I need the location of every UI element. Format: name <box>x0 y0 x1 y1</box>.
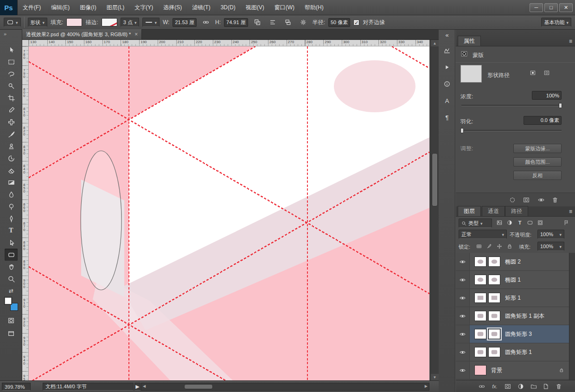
scroll-up-icon[interactable]: ▲ <box>431 40 439 46</box>
fill-swatch[interactable] <box>66 18 82 26</box>
layer-row[interactable]: 背景 <box>456 361 569 379</box>
healing-brush-tool[interactable] <box>5 116 18 128</box>
layer-row[interactable]: 矩形 1 <box>456 289 569 307</box>
history-brush-tool[interactable] <box>5 152 18 164</box>
layers-scroll-strip[interactable] <box>569 253 575 380</box>
status-flyout-icon[interactable]: ▶ <box>134 383 141 391</box>
stroke-width-select[interactable]: 3 点▾ <box>121 18 140 27</box>
path-arrange-button[interactable] <box>282 17 294 27</box>
layer-row[interactable]: 椭圆 2 <box>456 253 569 271</box>
menu-item[interactable]: 图层(L) <box>102 0 130 15</box>
panel-menu-icon[interactable]: ≡ <box>569 38 572 45</box>
tab-channels[interactable]: 通道 <box>482 206 505 216</box>
menu-item[interactable]: 选择(S) <box>158 0 187 15</box>
zoom-level-input[interactable]: 399.78% <box>2 383 31 391</box>
gradient-tool[interactable] <box>5 176 18 188</box>
zoom-tool[interactable] <box>5 273 18 285</box>
layer-row[interactable]: 圆角矩形 1 副本 <box>456 307 569 325</box>
density-slider-thumb[interactable] <box>559 103 562 108</box>
path-operations-button[interactable] <box>251 17 263 27</box>
document-tab[interactable]: 透视效果2.psd @ 400% (圆角矩形 3, RGB/8) * × <box>22 29 142 39</box>
layer-filter-select[interactable]: 类型▾ <box>459 218 492 228</box>
lock-position-icon[interactable] <box>495 242 504 251</box>
scroll-left-icon[interactable]: ◀ <box>143 384 146 388</box>
width-input[interactable]: 21.53 厘 <box>172 18 197 27</box>
stroke-swatch[interactable] <box>102 18 117 26</box>
feather-slider[interactable] <box>461 130 562 131</box>
layer-row[interactable]: 圆角矩形 3 <box>456 325 569 343</box>
brush-tool[interactable] <box>5 128 18 140</box>
tool-mode-select[interactable]: 形状▾ <box>28 18 48 27</box>
visibility-toggle[interactable] <box>456 361 470 379</box>
layer-row[interactable]: 椭圆 1 <box>456 271 569 289</box>
history-panel-icon[interactable] <box>441 45 453 57</box>
radius-input[interactable]: 50 像素 <box>328 18 350 27</box>
panel-menu-icon[interactable]: ≡ <box>569 208 572 215</box>
new-layer-icon[interactable] <box>541 382 550 391</box>
mask-edge-button[interactable]: 蒙版边缘... <box>513 144 562 153</box>
add-vector-mask-button[interactable] <box>542 69 551 77</box>
blend-mode-select[interactable]: 正常▾ <box>459 230 507 239</box>
menu-item[interactable]: 文件(F) <box>18 0 46 15</box>
visibility-toggle[interactable] <box>456 307 470 325</box>
apply-mask-icon[interactable] <box>522 196 531 204</box>
menu-item[interactable]: 文字(Y) <box>129 0 158 15</box>
layer-thumbnail[interactable] <box>474 257 486 267</box>
hand-tool[interactable] <box>5 261 18 273</box>
type-tool[interactable]: T <box>5 225 18 237</box>
layer-thumbnail[interactable] <box>474 293 486 303</box>
close-button[interactable]: ✕ <box>559 3 573 12</box>
tool-preset-picker[interactable]: ▾ <box>4 18 21 27</box>
height-input[interactable]: 74.91 厘 <box>224 18 248 27</box>
pen-tool[interactable] <box>5 212 18 225</box>
quick-mask-button[interactable] <box>5 315 18 326</box>
layer-mask-thumbnail[interactable] <box>488 257 500 267</box>
layer-row[interactable]: 圆角矩形 1 <box>456 343 569 361</box>
mask-thumbnail[interactable] <box>460 65 482 83</box>
add-pixel-mask-button[interactable] <box>528 69 537 77</box>
menu-item[interactable]: 滤镜(T) <box>187 0 215 15</box>
filter-adjustment-layers-icon[interactable] <box>505 218 514 227</box>
layer-thumbnail[interactable] <box>474 365 486 375</box>
filter-toggle-icon[interactable] <box>562 218 571 227</box>
quick-selection-tool[interactable] <box>5 80 18 92</box>
info-panel-icon[interactable] <box>441 78 453 90</box>
layer-thumbnail[interactable] <box>474 329 486 339</box>
blur-tool[interactable] <box>5 188 18 200</box>
lock-all-icon[interactable] <box>505 242 514 251</box>
menu-item[interactable]: 图像(I) <box>75 0 101 15</box>
menu-item[interactable]: 视图(V) <box>241 0 269 15</box>
filter-smart-object-icon[interactable] <box>536 218 545 227</box>
eraser-tool[interactable] <box>5 164 18 176</box>
swap-colors-icon[interactable]: ⇄ <box>5 286 18 296</box>
visibility-toggle[interactable] <box>456 325 470 343</box>
vertical-scrollbar-thumb[interactable] <box>432 153 438 206</box>
tab-layers[interactable]: 图层 <box>458 206 481 216</box>
layer-style-fx-icon[interactable]: fx. <box>490 382 499 391</box>
menu-item[interactable]: 3D(D) <box>216 0 241 15</box>
horizontal-scrollbar-thumb[interactable] <box>184 384 213 389</box>
stroke-style-select[interactable]: ▾ <box>142 18 160 27</box>
eyedropper-tool[interactable] <box>5 104 18 116</box>
layer-mask-thumbnail[interactable] <box>488 293 500 303</box>
density-input[interactable]: 100% <box>532 91 562 100</box>
new-group-icon[interactable] <box>529 382 538 391</box>
color-range-button[interactable]: 颜色范围... <box>513 157 562 167</box>
visibility-toggle[interactable] <box>456 289 470 307</box>
shape-tool[interactable] <box>5 249 18 261</box>
menu-item[interactable]: 帮助(H) <box>300 0 329 15</box>
layer-thumbnail[interactable] <box>474 347 486 357</box>
delete-mask-icon[interactable] <box>550 196 560 204</box>
align-edges-checkbox[interactable]: ✓ <box>353 19 359 26</box>
paragraph-panel-icon[interactable]: ¶ <box>441 111 453 123</box>
marquee-tool[interactable] <box>5 56 18 68</box>
menu-item[interactable]: 编辑(E) <box>46 0 75 15</box>
add-adjustment-layer-icon[interactable] <box>516 382 525 391</box>
filter-pixel-layers-icon[interactable] <box>495 218 504 227</box>
move-tool[interactable] <box>5 44 18 56</box>
invert-button[interactable]: 反相 <box>513 171 562 180</box>
density-slider[interactable] <box>461 105 562 106</box>
document-canvas[interactable] <box>29 46 429 380</box>
workspace-switcher[interactable]: 基本功能▾ <box>541 18 571 27</box>
collapse-panels-icon[interactable]: « <box>441 31 453 39</box>
